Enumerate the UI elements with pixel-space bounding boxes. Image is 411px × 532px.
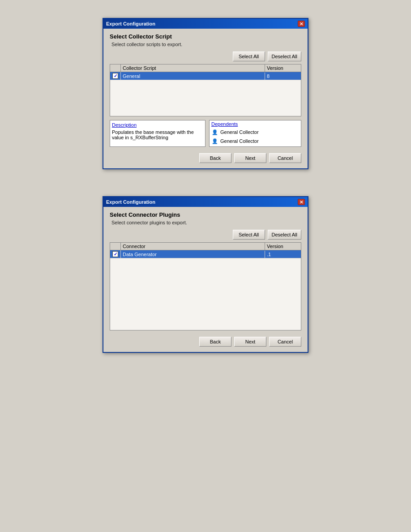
dep-text-1: General Collector bbox=[220, 129, 259, 135]
dialog1-title: Export Configuration bbox=[106, 21, 155, 26]
export-config-dialog-1: Export Configuration ✕ Select Collector … bbox=[103, 18, 308, 169]
row1-name: General bbox=[121, 73, 265, 80]
table-empty-area-2 bbox=[110, 258, 301, 330]
row2-name: Data Generator bbox=[121, 251, 265, 258]
select-all-button-1[interactable]: Select All bbox=[233, 51, 265, 61]
description-panel: Description Populates the base message w… bbox=[110, 120, 206, 147]
dialog2-top-buttons: Select All Deselect All bbox=[110, 230, 301, 240]
dialog1-table-header: Collector Script Version bbox=[110, 64, 301, 72]
row2-checkbox-col bbox=[110, 250, 121, 258]
dialog2-table-header: Connector Version bbox=[110, 243, 301, 250]
cancel-button-1[interactable]: Cancel bbox=[269, 153, 301, 163]
description-label: Description bbox=[112, 122, 203, 128]
titlebar-2: Export Configuration ✕ bbox=[103, 197, 308, 207]
dependents-label-bar: Dependents bbox=[210, 120, 301, 128]
dialog2-body: Select Connector Plugins Select connecto… bbox=[103, 207, 308, 352]
dialog2-section-desc: Select connector plugins to export. bbox=[110, 220, 301, 225]
dialog2: Export Configuration ✕ Select Connector … bbox=[103, 196, 308, 353]
dialog1-body: Select Collector Script Select collector… bbox=[103, 29, 308, 168]
header2-checkbox-col bbox=[110, 243, 121, 250]
dialog1-bottom-panels: Description Populates the base message w… bbox=[110, 120, 301, 147]
row1-checkbox[interactable] bbox=[112, 73, 118, 79]
close-button-2[interactable]: ✕ bbox=[298, 199, 305, 205]
row1-checkbox-col bbox=[110, 72, 121, 80]
deselect-all-button-2[interactable]: Deselect All bbox=[268, 230, 301, 240]
dialog1-top-buttons: Select All Deselect All bbox=[110, 51, 301, 61]
cancel-button-2[interactable]: Cancel bbox=[269, 337, 301, 347]
dep-text-2: General Collector bbox=[220, 138, 259, 144]
header2-name-col: Connector bbox=[121, 243, 265, 250]
table-row[interactable]: General 8 bbox=[110, 72, 301, 80]
dialog2-bottom-nav: Back Next Cancel bbox=[110, 337, 301, 347]
dialog2-section-title: Select Connector Plugins bbox=[110, 211, 301, 218]
next-button-1[interactable]: Next bbox=[234, 153, 266, 163]
deselect-all-button-1[interactable]: Deselect All bbox=[268, 51, 301, 61]
back-button-1[interactable]: Back bbox=[199, 153, 231, 163]
back-button-2[interactable]: Back bbox=[199, 337, 231, 347]
table-row-2[interactable]: Data Generator .1 bbox=[110, 250, 301, 258]
dialog2-title: Export Configuration bbox=[106, 199, 155, 205]
row2-checkbox[interactable] bbox=[112, 251, 118, 257]
close-button-1[interactable]: ✕ bbox=[298, 21, 305, 27]
row2-version: .1 bbox=[265, 251, 301, 258]
table-empty-area-1 bbox=[110, 80, 301, 116]
dep-item-2: 👤 General Collector bbox=[210, 137, 301, 146]
dep-icon-1: 👤 bbox=[211, 129, 218, 136]
dep-icon-2: 👤 bbox=[211, 137, 218, 145]
header-version-col: Version bbox=[265, 64, 301, 72]
row1-version: 8 bbox=[265, 73, 301, 80]
dialog1-table: Collector Script Version General 8 bbox=[110, 64, 301, 116]
dependents-label: Dependents bbox=[211, 121, 238, 127]
header2-version-col: Version bbox=[265, 243, 301, 250]
dialog1-bottom-nav: Back Next Cancel bbox=[110, 153, 301, 163]
dialog2-table: Connector Version Data Generator .1 bbox=[110, 242, 301, 330]
next-button-2[interactable]: Next bbox=[234, 337, 266, 347]
dialog1-section-desc: Select collector scripts to export. bbox=[110, 42, 301, 47]
dialog1-section-title: Select Collector Script bbox=[110, 33, 301, 40]
select-all-button-2[interactable]: Select All bbox=[233, 230, 265, 240]
dependents-panel: Dependents 👤 General Collector 👤 General… bbox=[209, 120, 301, 147]
titlebar-1: Export Configuration ✕ bbox=[103, 19, 308, 29]
header-name-col: Collector Script bbox=[121, 64, 265, 72]
dep-item-1: 👤 General Collector bbox=[210, 128, 301, 137]
dialog1: Export Configuration ✕ Select Collector … bbox=[103, 18, 308, 169]
header-checkbox-col bbox=[110, 64, 121, 72]
export-config-dialog-2: Export Configuration ✕ Select Connector … bbox=[103, 196, 308, 353]
description-text: Populates the base message with the valu… bbox=[112, 129, 203, 140]
